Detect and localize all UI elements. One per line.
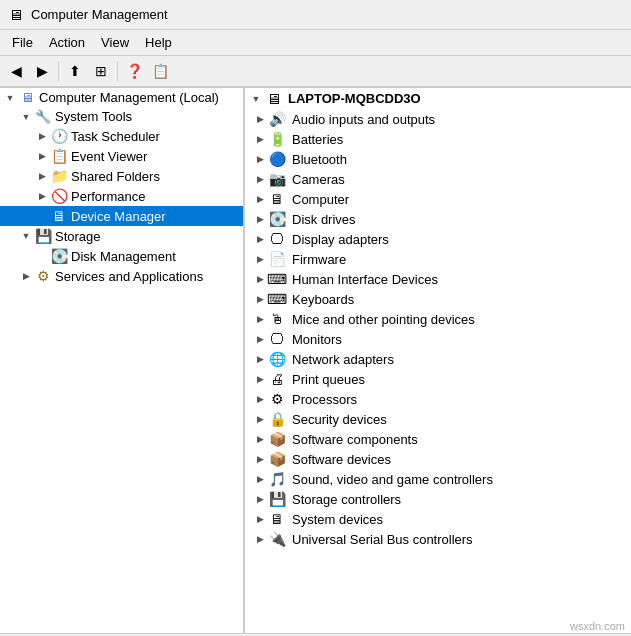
right-item-network[interactable]: ▶ 🌐 Network adapters [245,349,631,369]
right-item-print[interactable]: ▶ 🖨 Print queues [245,369,631,389]
right-item-bluetooth[interactable]: ▶ 🔵 Bluetooth [245,149,631,169]
tree-item-device-manager[interactable]: 🖥 Device Manager [0,206,243,226]
right-item-processors[interactable]: ▶ ⚙ Processors [245,389,631,409]
right-item-disk-drives[interactable]: ▶ 💽 Disk drives [245,209,631,229]
toolbar-export[interactable]: 📋 [148,59,172,83]
icon-software-components: 📦 [267,431,287,447]
right-item-security-devices[interactable]: ▶ 🔒 Security devices [245,409,631,429]
label-computer: Computer [292,192,349,207]
right-item-software-components[interactable]: ▶ 📦 Software components [245,429,631,449]
menu-file[interactable]: File [4,32,41,53]
label-security-devices: Security devices [292,412,387,427]
expander-cameras: ▶ [253,174,267,184]
icon-display-adapters: 🖵 [267,231,287,247]
icon-task-scheduler: 🕐 [50,128,68,144]
expander-display-adapters: ▶ [253,234,267,244]
tree-item-disk-management[interactable]: 💽 Disk Management [0,246,243,266]
right-item-cameras[interactable]: ▶ 📷 Cameras [245,169,631,189]
icon-audio: 🔊 [267,111,287,127]
right-pane: ▼ 🖥 LAPTOP-MQBCDD3O ▶ 🔊 Audio inputs and… [245,88,631,633]
toolbar-forward[interactable]: ▶ [30,59,54,83]
icon-network: 🌐 [267,351,287,367]
icon-cameras: 📷 [267,171,287,187]
icon-firmware: 📄 [267,251,287,267]
label-keyboards: Keyboards [292,292,354,307]
expander-storage: ▼ [18,231,34,241]
tree-item-task-scheduler[interactable]: ▶ 🕐 Task Scheduler [0,126,243,146]
tree-item-performance[interactable]: ▶ 🚫 Performance [0,186,243,206]
left-pane: ▼ 🖥 Computer Management (Local) ▼ 🔧 Syst… [0,88,245,633]
right-header-label: LAPTOP-MQBCDD3O [288,91,421,106]
expander-system-devices: ▶ [253,514,267,524]
expander-audio: ▶ [253,114,267,124]
menu-view[interactable]: View [93,32,137,53]
right-item-display-adapters[interactable]: ▶ 🖵 Display adapters [245,229,631,249]
right-item-usb[interactable]: ▶ 🔌 Universal Serial Bus controllers [245,529,631,549]
right-item-sound-video[interactable]: ▶ 🎵 Sound, video and game controllers [245,469,631,489]
menu-action[interactable]: Action [41,32,93,53]
tree-item-event-viewer[interactable]: ▶ 📋 Event Viewer [0,146,243,166]
icon-sound-video: 🎵 [267,471,287,487]
toolbar-help[interactable]: ❓ [122,59,146,83]
icon-event-viewer: 📋 [50,148,68,164]
right-item-system-devices[interactable]: ▶ 🖥 System devices [245,509,631,529]
toolbar-back[interactable]: ◀ [4,59,28,83]
right-item-keyboards[interactable]: ▶ ⌨ Keyboards [245,289,631,309]
expander-batteries: ▶ [253,134,267,144]
expander-computer: ▶ [253,194,267,204]
label-task-scheduler: Task Scheduler [71,129,160,144]
expander-event-viewer: ▶ [34,151,50,161]
right-header-icon: 🖥 [263,90,283,107]
expander-security-devices: ▶ [253,414,267,424]
right-item-mice[interactable]: ▶ 🖱 Mice and other pointing devices [245,309,631,329]
label-services-apps: Services and Applications [55,269,203,284]
expander-print: ▶ [253,374,267,384]
icon-computer-right: 🖥 [267,191,287,207]
label-event-viewer: Event Viewer [71,149,147,164]
expander-hid: ▶ [253,274,267,284]
label-usb: Universal Serial Bus controllers [292,532,473,547]
right-item-hid[interactable]: ▶ ⌨ Human Interface Devices [245,269,631,289]
tree-item-comp-mgmt-local[interactable]: ▼ 🖥 Computer Management (Local) [0,88,243,107]
title-bar: 🖥 Computer Management [0,0,631,30]
right-header[interactable]: ▼ 🖥 LAPTOP-MQBCDD3O [245,88,631,109]
label-mice: Mice and other pointing devices [292,312,475,327]
label-performance: Performance [71,189,145,204]
toolbar-up[interactable]: ⬆ [63,59,87,83]
label-storage-controllers: Storage controllers [292,492,401,507]
label-system-devices: System devices [292,512,383,527]
label-disk-drives: Disk drives [292,212,356,227]
icon-usb: 🔌 [267,531,287,547]
label-comp-mgmt-local: Computer Management (Local) [39,90,219,105]
icon-disk-drives: 💽 [267,211,287,227]
tree-item-services-apps[interactable]: ▶ ⚙ Services and Applications [0,266,243,286]
toolbar-sep2 [117,61,118,81]
menu-help[interactable]: Help [137,32,180,53]
icon-services-apps: ⚙ [34,268,52,284]
icon-comp-mgmt-local: 🖥 [18,90,36,105]
icon-processors: ⚙ [267,391,287,407]
label-batteries: Batteries [292,132,343,147]
label-cameras: Cameras [292,172,345,187]
right-item-monitors[interactable]: ▶ 🖵 Monitors [245,329,631,349]
right-item-audio[interactable]: ▶ 🔊 Audio inputs and outputs [245,109,631,129]
right-item-firmware[interactable]: ▶ 📄 Firmware [245,249,631,269]
expander-services-apps: ▶ [18,271,34,281]
right-item-computer[interactable]: ▶ 🖥 Computer [245,189,631,209]
icon-system-tools: 🔧 [34,109,52,124]
expander-performance: ▶ [34,191,50,201]
right-item-software-devices[interactable]: ▶ 📦 Software devices [245,449,631,469]
right-item-batteries[interactable]: ▶ 🔋 Batteries [245,129,631,149]
tree-item-system-tools[interactable]: ▼ 🔧 System Tools [0,107,243,126]
title-bar-text: Computer Management [31,7,168,22]
right-item-storage-controllers[interactable]: ▶ 💾 Storage controllers [245,489,631,509]
label-print: Print queues [292,372,365,387]
tree-item-storage[interactable]: ▼ 💾 Storage [0,226,243,246]
toolbar-show-hide[interactable]: ⊞ [89,59,113,83]
label-software-devices: Software devices [292,452,391,467]
icon-keyboards: ⌨ [267,291,287,307]
tree-item-shared-folders[interactable]: ▶ 📁 Shared Folders [0,166,243,186]
icon-storage: 💾 [34,228,52,244]
watermark: wsxdn.com [570,620,625,632]
expander-bluetooth: ▶ [253,154,267,164]
